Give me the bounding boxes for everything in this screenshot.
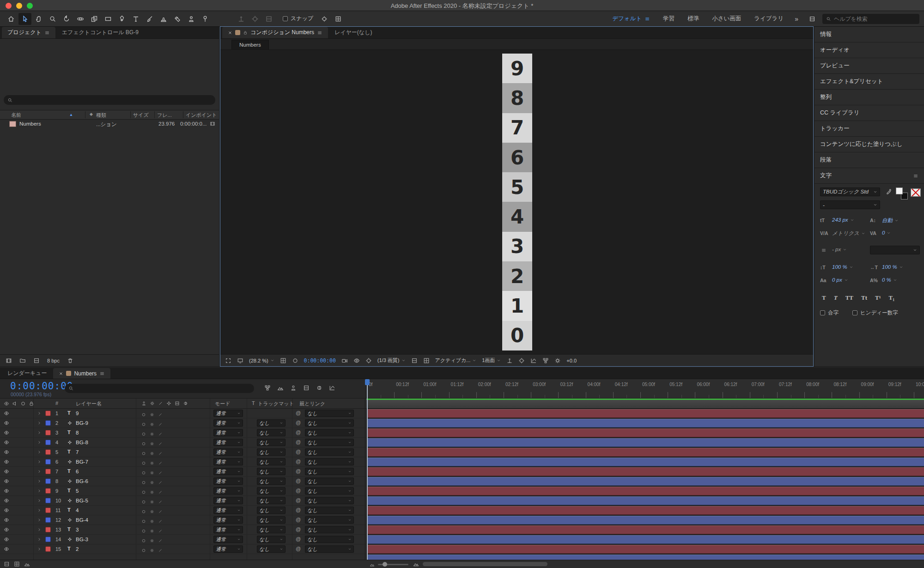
parent-pickwhip-icon[interactable]: @ <box>296 429 301 435</box>
graph-editor-icon[interactable] <box>329 385 335 391</box>
layer-row[interactable]: 3T8通常なし@なし <box>0 428 366 438</box>
snap-control[interactable]: スナップ <box>283 15 313 23</box>
faux-italic-button[interactable]: T <box>834 294 838 302</box>
quality-switch-icon[interactable] <box>150 469 154 476</box>
comp-mini-flowchart-icon[interactable] <box>264 385 271 391</box>
parent-dropdown[interactable]: なし <box>305 507 354 514</box>
layer-name[interactable]: BG-4 <box>76 517 88 523</box>
project-search-box[interactable] <box>4 95 215 105</box>
expand-inout-button[interactable] <box>24 561 30 567</box>
layer-name[interactable]: BG-7 <box>76 459 88 465</box>
playhead-handle[interactable] <box>365 379 370 385</box>
shy-switch-icon[interactable] <box>141 527 146 534</box>
layer-twirl-icon[interactable] <box>37 430 42 435</box>
lock-icon[interactable] <box>243 30 248 35</box>
layer-visibility-toggle[interactable] <box>4 546 9 552</box>
quality-switch-icon[interactable] <box>150 498 154 505</box>
layer-name[interactable]: BG-6 <box>76 478 88 484</box>
layer-visibility-toggle[interactable] <box>4 517 9 523</box>
layer-row[interactable]: 15T2通常なし@なし <box>0 544 366 554</box>
track-matte-dropdown[interactable]: なし <box>257 468 286 475</box>
subscript-button[interactable]: T₁ <box>889 294 895 302</box>
type-tool-button[interactable] <box>129 13 142 25</box>
fx-switch-icon[interactable] <box>158 479 163 485</box>
blend-mode-dropdown[interactable]: 通常 <box>213 487 243 495</box>
parent-dropdown[interactable]: なし <box>305 545 354 553</box>
fx-switch-icon[interactable] <box>158 547 163 553</box>
blend-mode-dropdown[interactable]: 通常 <box>213 536 243 543</box>
horizontal-scale-control[interactable]: 100 % <box>882 264 903 270</box>
layer-twirl-icon[interactable] <box>37 479 42 483</box>
layer-name[interactable]: 7 <box>76 449 79 455</box>
superscript-button[interactable]: T¹ <box>875 294 881 302</box>
panel-menu-icon[interactable] <box>913 173 918 179</box>
quality-switch-icon[interactable] <box>150 537 154 544</box>
layer-label-chip[interactable] <box>45 420 51 426</box>
quality-switch-icon[interactable] <box>150 440 154 447</box>
fx-switch-icon[interactable] <box>158 430 163 437</box>
zoom-in-mountain-icon[interactable] <box>413 561 419 567</box>
layer-twirl-icon[interactable] <box>37 421 42 425</box>
zoom-slider-handle[interactable] <box>383 562 387 567</box>
zoom-tool-button[interactable] <box>46 13 59 25</box>
quality-switch-icon[interactable] <box>150 518 154 524</box>
small-caps-button[interactable]: Tt <box>861 294 867 302</box>
layer-twirl-icon[interactable] <box>37 469 42 474</box>
shy-switch-icon[interactable] <box>141 430 146 437</box>
leading-control[interactable]: 自動 <box>882 217 899 224</box>
track-matte-dropdown[interactable]: なし <box>257 497 286 504</box>
timeline-search-input[interactable] <box>76 385 250 392</box>
clone-stamp-tool-button[interactable] <box>157 13 170 25</box>
layer-duration-bar[interactable] <box>367 467 924 476</box>
shy-switch-icon[interactable] <box>141 469 146 476</box>
workspace-tab[interactable]: 標準 <box>687 15 699 23</box>
eraser-tool-button[interactable] <box>171 13 184 25</box>
parent-pickwhip-icon[interactable]: @ <box>296 468 301 474</box>
close-icon[interactable] <box>228 30 232 35</box>
track-matte-dropdown[interactable]: なし <box>257 516 286 524</box>
layer-row[interactable]: 10BG-5通常なし@なし <box>0 496 366 506</box>
layer-row[interactable]: 9T5通常なし@なし <box>0 486 366 496</box>
resolution-dropdown[interactable]: (1/3 画質) <box>377 357 406 364</box>
blend-mode-dropdown[interactable]: 通常 <box>213 526 243 533</box>
layer-row[interactable]: 12BG-4通常なし@なし <box>0 515 366 525</box>
layer-name[interactable]: 6 <box>76 469 79 474</box>
quality-switch-icon[interactable] <box>150 527 154 534</box>
blend-mode-dropdown[interactable]: 通常 <box>213 439 243 446</box>
shy-switch-icon[interactable] <box>141 421 146 427</box>
layer-twirl-icon[interactable] <box>37 518 42 522</box>
snap-option-1-button[interactable] <box>318 13 331 25</box>
layer-duration-bar[interactable] <box>367 487 924 495</box>
layer-label-chip[interactable] <box>45 478 51 484</box>
project-column-headers[interactable]: 名前 ▲ ◆ 種類 サイズ フレ... インポイント <box>0 110 219 120</box>
blend-mode-dropdown[interactable]: 通常 <box>213 477 243 485</box>
column-type[interactable]: 種類 <box>96 112 106 119</box>
snapshot-camera-icon[interactable] <box>341 357 348 364</box>
project-search-input[interactable] <box>16 97 212 103</box>
tab-timeline-comp[interactable]: Numbers <box>53 368 110 379</box>
shy-switch-icon[interactable] <box>141 450 146 456</box>
parent-dropdown[interactable]: なし <box>305 526 354 533</box>
font-style-dropdown[interactable]: - <box>820 200 880 209</box>
layer-twirl-icon[interactable] <box>37 508 42 513</box>
tracking-control[interactable]: 0 <box>882 230 891 236</box>
parent-pickwhip-icon[interactable]: @ <box>296 478 301 483</box>
layer-duration-bar[interactable] <box>367 419 924 428</box>
baseline-shift-control[interactable]: 0 px <box>832 277 848 283</box>
tab-render-queue[interactable]: レンダーキュー <box>2 368 52 379</box>
panel-header-character[interactable]: 文字 <box>815 168 924 184</box>
view-layout-dropdown[interactable]: アクティブカ... <box>435 357 477 364</box>
camera-tool-button[interactable] <box>74 13 87 25</box>
shape-tool-button[interactable] <box>102 13 115 25</box>
tsume-control[interactable]: 0 % <box>882 277 897 283</box>
fx-switch-icon[interactable] <box>158 527 163 534</box>
shy-switch-icon[interactable] <box>141 547 146 553</box>
blend-mode-dropdown[interactable]: 通常 <box>213 429 243 436</box>
fx-switch-icon[interactable] <box>158 469 163 476</box>
parent-dropdown[interactable]: なし <box>305 477 354 485</box>
preview-monitor-icon[interactable] <box>237 357 243 364</box>
layer-visibility-toggle[interactable] <box>4 449 9 455</box>
parent-dropdown[interactable]: なし <box>305 439 354 446</box>
layer-visibility-toggle[interactable] <box>4 527 9 532</box>
layer-duration-bar[interactable] <box>367 545 924 554</box>
